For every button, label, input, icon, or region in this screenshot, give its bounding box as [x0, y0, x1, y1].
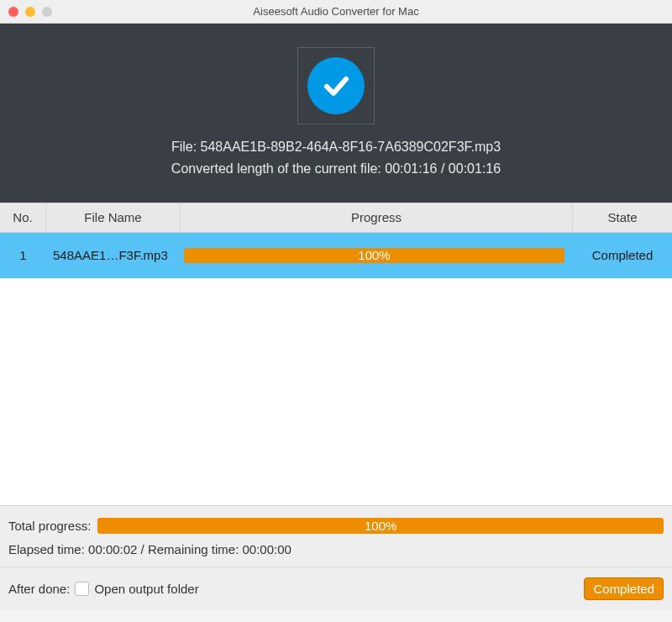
total-progress-bar: 100% — [97, 518, 664, 534]
table-row[interactable]: 1 548AAE1…F3F.mp3 100% Completed — [0, 233, 672, 278]
file-name-label: File: 548AAE1B-89B2-464A-8F16-7A6389C02F… — [171, 136, 501, 158]
close-window-button[interactable] — [8, 7, 18, 17]
elapsed-remaining-label: Elapsed time: 00:00:02 / Remaining time:… — [0, 537, 672, 567]
hero-text: File: 548AAE1B-89B2-464A-8F16-7A6389C02F… — [171, 136, 501, 181]
row-progress-cell: 100% — [181, 248, 573, 263]
column-header-filename: File Name — [46, 203, 181, 231]
row-number: 1 — [0, 248, 46, 262]
total-progress-label: Total progress: — [8, 519, 91, 533]
row-state: Completed — [573, 248, 672, 262]
window-title: Aiseesoft Audio Converter for Mac — [253, 5, 418, 18]
open-output-folder-checkbox[interactable] — [75, 582, 89, 596]
total-progress-row: Total progress: 100% — [0, 506, 672, 537]
titlebar: Aiseesoft Audio Converter for Mac — [0, 0, 672, 24]
converted-length-label: Converted length of the current file: 00… — [171, 158, 501, 180]
footer-bottom-row: After done: Open output folder Completed — [0, 567, 672, 610]
open-output-folder-label: Open output folder — [94, 582, 198, 596]
maximize-window-button[interactable] — [42, 7, 52, 17]
table-header: No. File Name Progress State — [0, 203, 672, 233]
row-progress-bar: 100% — [184, 248, 564, 263]
column-header-progress: Progress — [181, 203, 573, 231]
column-header-state: State — [573, 203, 672, 231]
status-icon-frame — [297, 47, 375, 124]
row-filename: 548AAE1…F3F.mp3 — [46, 248, 181, 262]
minimize-window-button[interactable] — [25, 7, 35, 17]
table-empty-area — [0, 278, 672, 505]
footer-panel: Total progress: 100% Elapsed time: 00:00… — [0, 505, 672, 610]
completed-button[interactable]: Completed — [584, 577, 664, 600]
checkmark-icon — [307, 57, 365, 114]
window-controls — [8, 7, 52, 17]
column-header-no: No. — [0, 203, 46, 231]
after-done-label: After done: — [8, 582, 70, 596]
hero-panel: File: 548AAE1B-89B2-464A-8F16-7A6389C02F… — [0, 24, 672, 203]
